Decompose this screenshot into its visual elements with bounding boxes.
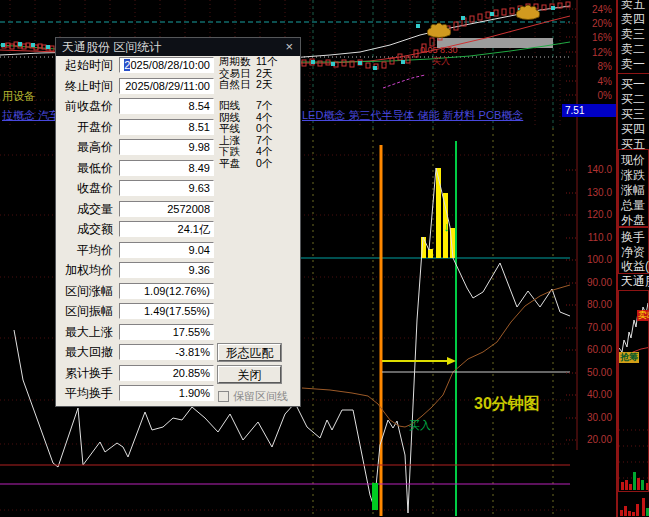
- stat-row: 平均价9.04: [63, 242, 214, 258]
- price-tick-label: 30.00: [587, 412, 612, 423]
- cyan-markers: [18, 42, 22, 46]
- gray-bar: [437, 38, 553, 48]
- field-input[interactable]: 1.09(12.76%): [119, 283, 214, 299]
- stock-tab[interactable]: 天通股: [621, 273, 649, 290]
- field-label: 起始时间: [63, 57, 119, 73]
- field-input[interactable]: 9.36: [119, 262, 214, 278]
- price-tick-label: 80.00: [587, 299, 612, 310]
- cyan-markers: [1, 43, 5, 47]
- stat-name: 下跌: [219, 146, 256, 158]
- cyan-markers: [373, 66, 377, 70]
- candles-top: [422, 44, 426, 52]
- stat-value: 7个: [256, 99, 272, 111]
- field-input[interactable]: 8.51: [119, 119, 214, 135]
- stat-row: 加权均价9.36: [63, 262, 214, 278]
- field-input[interactable]: 9.04: [119, 242, 214, 258]
- field-input[interactable]: 8.54: [119, 98, 214, 114]
- quote-sell-row[interactable]: 卖一: [621, 56, 645, 73]
- candles-top: [478, 14, 482, 20]
- field-label: 最大上涨: [63, 324, 119, 340]
- field-input[interactable]: 17.55%: [119, 324, 214, 340]
- stat-line: 平盘0个: [219, 158, 272, 170]
- percent-tick-label: 8%: [598, 61, 612, 72]
- close-button[interactable]: 关闭: [218, 366, 281, 383]
- quote-buy-row[interactable]: 买五: [621, 136, 645, 153]
- price-tick-label: 90.00: [587, 277, 612, 288]
- cyan-markers: [461, 16, 465, 20]
- stat-row: 成交量2572008: [63, 201, 214, 217]
- checkbox-label: 保留区间线: [233, 390, 288, 402]
- field-input[interactable]: 24.1亿: [119, 221, 214, 237]
- ma-brown-main: [302, 285, 570, 427]
- field-input[interactable]: 2025/08/28/10:00: [119, 57, 214, 73]
- field-label: 最低价: [63, 160, 119, 176]
- chip-grab-badge: 抢筹: [619, 352, 639, 363]
- candles-top: [510, 8, 514, 14]
- price-tick-label: 70.00: [587, 322, 612, 333]
- candles-top: [14, 42, 18, 46]
- price-tick-label: 20.00: [587, 434, 612, 445]
- selected-char: 2: [124, 59, 130, 71]
- bid-ask-divider: [618, 73, 649, 74]
- cyan-markers: [490, 12, 494, 16]
- pattern-match-button[interactable]: 形态匹配: [218, 344, 281, 361]
- stats-form: 起始时间2025/08/28/10:00终止时间2025/08/29/11:00…: [63, 57, 214, 401]
- field-input[interactable]: 9.63: [119, 180, 214, 196]
- field-label: 成交量: [63, 201, 119, 217]
- candle-stats: 阳线7个阴线4个平线0个上涨7个下跌4个平盘0个: [219, 100, 272, 169]
- stat-name: 平线: [219, 123, 256, 135]
- field-input[interactable]: 1.90%: [119, 385, 214, 401]
- percent-tick-label: 16%: [592, 32, 612, 43]
- stat-line: 自然日2天: [219, 79, 277, 91]
- stat-row: 起始时间2025/08/28/10:00: [63, 57, 214, 73]
- field-input[interactable]: 1.49(17.55%): [119, 303, 214, 319]
- stat-row: 区间涨幅1.09(12.76%): [63, 283, 214, 299]
- stat-row: 累计换手20.85%: [63, 365, 214, 381]
- cyan-markers: [416, 24, 420, 28]
- cyan-markers: [46, 45, 50, 49]
- field-label: 终止时间: [63, 78, 119, 94]
- candles-top: [342, 60, 346, 66]
- price-tick-label: 40.00: [587, 389, 612, 400]
- price-tick-label: 60.00: [587, 344, 612, 355]
- checkbox-box[interactable]: [218, 391, 229, 402]
- stat-value: 4个: [256, 111, 272, 123]
- stat-row: 区间振幅1.49(17.55%): [63, 303, 214, 319]
- measure-arrow-head: [447, 357, 456, 365]
- percent-tick-label: 24%: [592, 4, 612, 15]
- stat-value: 2天: [256, 78, 272, 90]
- stat-row: 最低价8.49: [63, 160, 214, 176]
- field-input[interactable]: 2025/08/29/11:00: [119, 78, 214, 94]
- current-value-badge: 7.51: [562, 104, 616, 117]
- field-input[interactable]: 20.85%: [119, 365, 214, 381]
- gold-ingot-icon: [516, 5, 539, 20]
- field-label: 区间振幅: [63, 303, 119, 319]
- field-label: 累计换手: [63, 365, 119, 381]
- stat-row: 最高价9.98: [63, 139, 214, 155]
- price-tick-label: 140.0: [587, 164, 612, 175]
- dialog-titlebar[interactable]: 天通股份 区间统计 ×: [56, 38, 300, 56]
- field-label: 前收盘价: [63, 98, 119, 114]
- candles-top: [366, 63, 370, 68]
- field-label: 最大回撤: [63, 344, 119, 360]
- close-icon[interactable]: ×: [285, 38, 293, 56]
- stat-row: 收盘价9.63: [63, 180, 214, 196]
- field-label: 收盘价: [63, 180, 119, 196]
- yellow-spike-bars: [436, 168, 441, 258]
- stat-row: 最大回撤-3.81%: [63, 344, 214, 360]
- period-stats: 周期数11个交易日2天自然日2天: [219, 56, 277, 91]
- price-tick-label: 130.0: [587, 187, 612, 198]
- field-input[interactable]: 9.98: [119, 139, 214, 155]
- field-input[interactable]: -3.81%: [119, 344, 214, 360]
- stat-value: 0个: [256, 122, 272, 134]
- candles-top: [470, 16, 474, 22]
- sell-signal-badge: 卖出: [637, 310, 649, 321]
- stat-row: 终止时间2025/08/29/11:00: [63, 78, 214, 94]
- field-input[interactable]: 8.49: [119, 160, 214, 176]
- candles-top: [494, 10, 498, 16]
- field-input[interactable]: 2572008: [119, 201, 214, 217]
- candles-top: [486, 12, 490, 18]
- bottom-vol-red: [636, 504, 639, 516]
- price-tick-label: 120.0: [587, 209, 612, 220]
- keep-interval-lines-checkbox[interactable]: 保留区间线: [218, 389, 288, 401]
